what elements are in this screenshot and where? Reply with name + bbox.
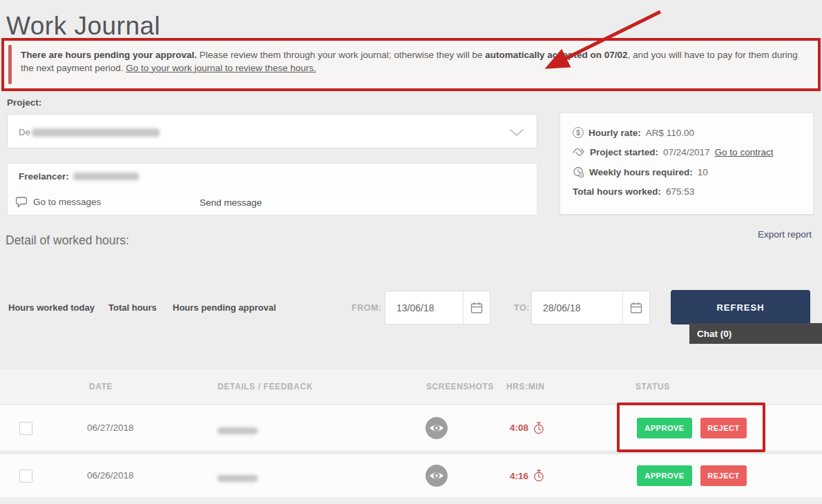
project-started-value: 07/24/2017 — [663, 147, 710, 157]
freelancer-label: Freelancer: — [19, 171, 69, 182]
alert-text: There are hours pending your approval. P… — [21, 49, 808, 75]
total-hours-row: Total hours worked: 675:53 — [573, 186, 694, 197]
row-checkbox[interactable] — [19, 422, 32, 435]
weekly-hours-row: Weekly hours required: 10 — [573, 166, 708, 178]
chat-bar[interactable]: Chat (0) — [689, 323, 822, 344]
approve-button[interactable]: APPROVE — [637, 418, 692, 438]
freelancer-line: Freelancer: — [19, 171, 139, 182]
export-report-link[interactable]: Export report — [758, 229, 812, 240]
from-date-input[interactable] — [385, 291, 463, 324]
weekly-hours-label: Weekly hours required: — [589, 167, 693, 177]
screenshots-eye-icon[interactable] — [426, 465, 448, 490]
project-started-label: Project started: — [590, 147, 658, 157]
freelancer-name-redacted — [73, 173, 139, 180]
project-started-row: Project started: 07/24/2017 Go to contra… — [573, 146, 773, 157]
column-header-status: STATUS — [635, 369, 670, 404]
alert-bold-date: automatically accepted on 07/02 — [485, 50, 627, 60]
to-date-group — [531, 291, 650, 324]
total-hours-value: 675:53 — [666, 186, 694, 197]
tab-hours-pending-approval[interactable]: Hours pending approval — [173, 302, 276, 313]
to-calendar-button[interactable] — [623, 291, 649, 324]
column-header-hrsmin: HRS:MIN — [506, 369, 545, 404]
hourly-rate-value: AR$ 110.00 — [646, 128, 694, 138]
from-label: FROM: — [352, 303, 381, 313]
freelancer-card: Freelancer: Go to messages Send message — [7, 163, 537, 215]
contract-info-card: $ Hourly rate: AR$ 110.00 Project starte… — [560, 113, 814, 215]
pending-hours-alert: There are hours pending your approval. P… — [1, 38, 821, 91]
column-header-date: DATE — [89, 369, 113, 404]
go-to-messages-label: Go to messages — [33, 197, 101, 207]
go-to-messages-link[interactable]: Go to messages — [16, 196, 101, 208]
tab-total-hours[interactable]: Total hours — [108, 302, 157, 313]
alert-accent-bar — [8, 45, 12, 84]
stopwatch-icon — [533, 422, 544, 434]
row-time: 4:08 — [510, 422, 544, 434]
approve-button[interactable]: APPROVE — [637, 465, 692, 486]
project-dropdown[interactable]: De — [7, 114, 537, 148]
project-selected-value: De — [19, 127, 160, 137]
project-label: Project: — [7, 97, 41, 108]
alert-bold-intro: There are hours pending your approval. — [21, 50, 197, 60]
screenshots-eye-icon[interactable] — [426, 417, 448, 442]
dollar-icon: $ — [573, 127, 584, 138]
handshake-icon — [573, 146, 585, 157]
send-message-link[interactable]: Send message — [200, 197, 262, 208]
page-title: Work Journal — [6, 12, 160, 41]
project-name-redacted — [32, 128, 160, 137]
calendar-icon — [629, 301, 643, 315]
row-details-redacted — [218, 475, 258, 482]
total-hours-label: Total hours worked: — [573, 186, 661, 197]
row-time-value: 4:16 — [510, 471, 528, 481]
row-time-value: 4:08 — [510, 423, 528, 433]
row-checkbox[interactable] — [19, 469, 32, 483]
to-date-input[interactable] — [532, 291, 622, 324]
chevron-down-icon — [509, 128, 524, 137]
clock-icon — [573, 166, 584, 178]
tab-hours-worked-today[interactable]: Hours worked today — [8, 302, 95, 313]
table-row: 06/26/2018 4:16 APPROVE REJECT — [0, 452, 822, 497]
reject-button[interactable]: REJECT — [700, 465, 747, 486]
to-label: TO: — [514, 303, 530, 313]
row-details-redacted — [218, 427, 258, 434]
hourly-rate-label: Hourly rate: — [589, 128, 641, 138]
detail-heading: Detail of worked hours: — [6, 233, 129, 248]
table-header: DATE DETAILS / FEEDBACK SCREENSHOTS HRS:… — [0, 369, 822, 404]
chat-bubble-icon — [16, 196, 29, 208]
column-header-details: DETAILS / FEEDBACK — [218, 369, 313, 404]
from-calendar-button[interactable] — [463, 291, 490, 324]
calendar-icon — [470, 301, 484, 315]
row-date: 06/27/2018 — [87, 423, 134, 433]
table-row: 06/27/2018 4:08 APPROVE REJECT — [0, 405, 822, 450]
review-hours-link[interactable]: Go to your work journal to review these … — [126, 63, 316, 73]
row-time: 4:16 — [510, 469, 544, 482]
hourly-rate-row: $ Hourly rate: AR$ 110.00 — [573, 127, 694, 138]
refresh-button[interactable]: REFRESH — [671, 290, 810, 324]
work-journal-page: Work Journal There are hours pending you… — [0, 0, 822, 504]
stopwatch-icon — [533, 469, 544, 482]
go-to-contract-link[interactable]: Go to contract — [715, 147, 774, 157]
row-date: 06/26/2018 — [87, 470, 134, 481]
weekly-hours-value: 10 — [698, 167, 708, 177]
alert-text-1: Please review them through your work jou… — [197, 50, 485, 60]
from-date-group — [385, 291, 490, 324]
column-header-screenshots: SCREENSHOTS — [426, 369, 494, 404]
project-value-prefix: De — [19, 127, 30, 137]
reject-button[interactable]: REJECT — [700, 418, 747, 438]
